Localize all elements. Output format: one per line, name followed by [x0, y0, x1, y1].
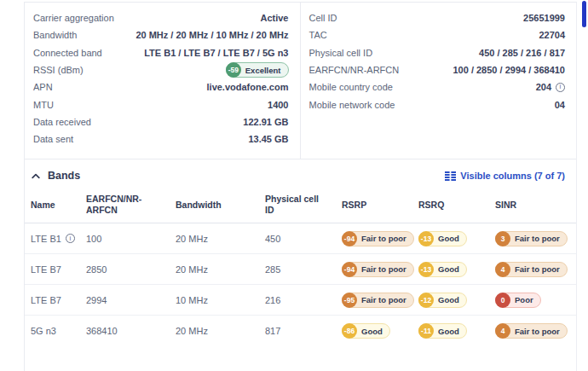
band-pci: 285 [265, 264, 342, 275]
band-pci: 817 [265, 326, 342, 336]
band-pci: 216 [265, 295, 342, 305]
band-rsrp: -86Good [342, 323, 418, 339]
bands-table-body: LTE B1 100 20 MHz 450 -94Fair to poor -1… [25, 223, 576, 346]
band-sinr: 4Fair to poor [495, 262, 571, 277]
badge-value: -13 [418, 231, 434, 246]
badge-label: Fair to poor [361, 264, 406, 274]
info-row: Mobile country code 204 [309, 78, 566, 96]
band-rsrp: -95Fair to poor [342, 293, 418, 308]
visible-columns-label: Visible columns (7 of 7) [460, 171, 565, 181]
info-row: Physical cell ID 450 / 285 / 216 / 817 [309, 44, 566, 61]
info-row: Cell ID 25651999 [309, 9, 566, 26]
status-badge: -11Good [418, 323, 467, 339]
badge-value: -13 [418, 262, 434, 277]
badge-label: Fair to poor [515, 234, 560, 243]
band-bandwidth: 20 MHz [176, 234, 265, 244]
info-label: TAC [309, 30, 327, 40]
status-badge: -94Fair to poor [342, 231, 414, 246]
info-value: 122.91 GB [243, 117, 288, 127]
scrollbar-thumb[interactable] [582, 1, 586, 27]
band-rsrq: -12Good [418, 293, 495, 308]
info-icon[interactable] [556, 83, 565, 92]
info-col-left: Carrier aggregation Active Bandwidth 20 … [25, 3, 301, 159]
badge-label: Fair to poor [515, 327, 560, 336]
info-row: Mobile network code 04 [309, 96, 566, 113]
info-value: 25651999 [523, 13, 565, 23]
info-value: -59Excellent [226, 62, 289, 78]
badge-label: Good [438, 264, 459, 274]
badge-value: -94 [342, 231, 357, 246]
info-row: Carrier aggregation Active [33, 9, 289, 26]
info-label: EARFCN/NR-ARFCN [309, 65, 400, 75]
column-header: Name [31, 200, 86, 211]
info-label: APN [33, 82, 53, 92]
info-row: Connected band LTE B1 / LTE B7 / LTE B7 … [33, 44, 289, 61]
info-value: 450 / 285 / 216 / 817 [479, 48, 565, 58]
table-row: LTE B7 2850 20 MHz 285 -94Fair to poor -… [25, 254, 576, 285]
info-label: Mobile country code [309, 82, 393, 92]
band-name: 5G n3 [31, 326, 86, 336]
info-row: APN live.vodafone.com [33, 78, 289, 96]
band-earfcn: 2850 [86, 264, 176, 275]
info-label: Cell ID [309, 13, 337, 23]
badge-value: -86 [342, 323, 357, 339]
badge-label: Good [438, 327, 459, 336]
info-row: Data received 122.91 GB [33, 113, 289, 130]
badge-label: Fair to poor [361, 295, 406, 304]
info-icon[interactable] [66, 234, 75, 243]
info-value: live.vodafone.com [207, 82, 289, 92]
info-row: EARFCN/NR-ARFCN 100 / 2850 / 2994 / 3684… [309, 61, 566, 78]
status-badge: -94Fair to poor [342, 262, 414, 277]
table-row: LTE B7 2994 10 MHz 216 -95Fair to poor -… [25, 285, 576, 316]
badge-value: 4 [495, 262, 510, 277]
info-value: 04 [555, 100, 565, 110]
band-earfcn: 100 [86, 234, 176, 244]
info-value: LTE B1 / LTE B7 / LTE B7 / 5G n3 [144, 48, 288, 58]
column-header: RSRP [342, 200, 418, 211]
status-badge: -95Fair to poor [342, 293, 414, 308]
badge-value: 4 [495, 323, 510, 339]
column-header: SINR [495, 200, 571, 211]
badge-label: Poor [515, 295, 533, 304]
info-row: Data sent 13.45 GB [33, 130, 289, 148]
badge-value: -59 [226, 62, 241, 78]
info-row: Bandwidth 20 MHz / 20 MHz / 10 MHz / 20 … [33, 26, 289, 43]
band-rsrq: -13Good [418, 231, 495, 246]
badge-label: Excellent [245, 66, 281, 75]
badge-label: Good [438, 295, 459, 304]
band-bandwidth: 20 MHz [176, 326, 265, 336]
band-earfcn: 2994 [86, 295, 176, 305]
visible-columns-button[interactable]: Visible columns (7 of 7) [445, 171, 565, 181]
status-badge: 4Fair to poor [495, 323, 568, 339]
band-name-label: LTE B1 [31, 234, 61, 244]
badge-value: -94 [342, 262, 357, 277]
info-row: RSSI (dBm) -59Excellent [33, 61, 289, 78]
status-badge: 0Poor [495, 293, 541, 308]
band-pci: 450 [265, 234, 342, 244]
band-rsrq: -13Good [418, 262, 495, 277]
badge-value: -95 [342, 293, 357, 308]
info-value: 204 [536, 82, 565, 92]
bands-collapse-toggle[interactable]: Bands [32, 170, 80, 182]
status-panel: Carrier aggregation Active Bandwidth 20 … [24, 2, 577, 371]
badge-label: Fair to poor [361, 234, 406, 243]
band-rsrp: -94Fair to poor [342, 262, 418, 277]
status-badge: 3Fair to poor [495, 231, 568, 246]
info-value: 1400 [268, 100, 288, 110]
status-badge: -86Good [342, 323, 390, 339]
info-row: MTU 1400 [33, 96, 289, 113]
badge-label: Fair to poor [515, 264, 560, 274]
info-label: Physical cell ID [309, 48, 373, 58]
columns-icon [445, 171, 456, 181]
band-earfcn: 368410 [86, 326, 176, 336]
chevron-up-icon [32, 173, 40, 179]
band-sinr: 3Fair to poor [495, 231, 571, 246]
status-badge: 4Fair to poor [495, 262, 568, 277]
info-label: Bandwidth [33, 30, 77, 40]
info-value: Active [260, 13, 288, 23]
status-badge: -59Excellent [226, 62, 289, 78]
bands-title: Bands [48, 170, 80, 182]
badge-label: Good [438, 234, 459, 243]
badge-value: 0 [495, 293, 510, 308]
band-rsrq: -11Good [418, 323, 495, 339]
